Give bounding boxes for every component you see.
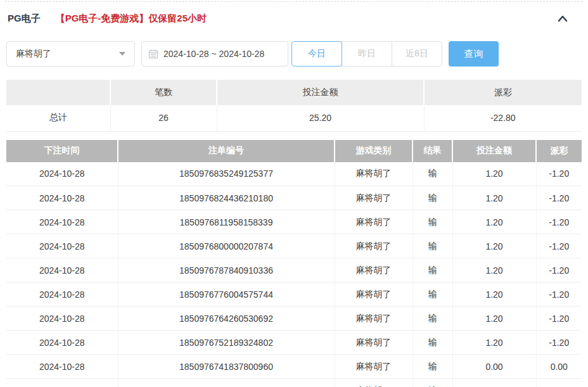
summary-table: 笔数 投注金额 派彩 总计 26 25.20 -22.80 [6,80,582,132]
table-row: 2024-10-28 1850976741837800960 麻将胡了 输 0.… [6,355,582,379]
cell-payout: -1.20 [536,186,582,210]
cell-result: 输 [412,210,452,234]
cell-result: 输 [412,282,452,307]
cell-result: 输 [412,234,452,258]
cell-payout: -1.20 [536,234,582,258]
calendar-icon [148,49,158,59]
panel-header: PG电子 【PG电子-免费游戏】仅保留25小时 [0,2,588,34]
summary-total-payout: -22.80 [424,105,582,131]
table-row: 2024-10-28 1850976811958158339 麻将胡了 输 1.… [6,210,582,234]
caret-down-icon [119,52,125,56]
cell-payout: -1.20 [536,282,582,307]
cell-game-type: 麻将胡了 [335,162,412,186]
today-button[interactable]: 今日 [291,41,342,67]
cell-bet-amount: 1.20 [452,162,536,186]
cell-bet-id [118,379,335,387]
cell-payout: 0.00 [536,355,582,379]
summary-col-count: 笔数 [110,80,217,105]
yesterday-button[interactable]: 昨日 [342,41,392,67]
cell-bet-id: 1850976752189324802 [118,331,335,355]
cell-bet-time: 2024-10-28 [6,282,118,307]
cell-bet-time: 2024-10-28 [6,162,118,186]
cell-bet-time: 2024-10-28 [6,331,118,355]
table-row: 2024-10-28 1850976824436210180 麻将胡了 输 1.… [6,186,582,210]
table-row: 麻将胡了 输 [6,379,582,387]
cell-payout: -1.20 [536,307,582,331]
cell-bet-amount [452,379,536,387]
cell-bet-id: 1850976835249125377 [118,162,335,186]
cell-bet-time: 2024-10-28 [6,258,118,282]
cell-bet-amount: 1.20 [452,234,536,258]
cell-bet-time: 2024-10-28 [6,234,118,258]
cell-result: 输 [412,162,452,186]
filter-bar: 麻将胡了 2024-10-28 ~ 2024-10-28 今日 昨日 近8日 查… [6,41,582,67]
cell-bet-amount: 1.20 [452,186,536,210]
summary-col-blank [6,80,110,105]
chevron-up-icon [556,13,569,23]
panel-title: PG电子 [8,13,41,25]
cell-payout [536,379,582,387]
cell-result: 输 [412,379,452,387]
announcement-text: 【PG电子-免费游戏】仅保留25小时 [56,13,207,25]
cell-bet-id: 1850976800000207874 [118,234,335,258]
col-header-result: 结果 [412,140,452,162]
search-button[interactable]: 查询 [449,41,499,67]
cell-bet-amount: 1.20 [452,282,536,307]
table-row: 2024-10-28 1850976776004575744 麻将胡了 输 1.… [6,282,582,307]
col-header-bet-amount: 投注金额 [452,140,536,162]
table-row: 2024-10-28 1850976787840910336 麻将胡了 输 1.… [6,258,582,282]
cell-bet-time: 2024-10-28 [6,186,118,210]
date-range-value: 2024-10-28 ~ 2024-10-28 [163,49,264,59]
cell-game-type: 麻将胡了 [335,307,412,331]
cell-bet-id: 1850976741837800960 [118,355,335,379]
cell-bet-time: 2024-10-28 [6,307,118,331]
cell-result: 输 [412,258,452,282]
table-row: 2024-10-28 1850976835249125377 麻将胡了 输 1.… [6,162,582,186]
cell-bet-amount: 1.20 [452,307,536,331]
date-range-input[interactable]: 2024-10-28 ~ 2024-10-28 [141,41,288,67]
cell-result: 输 [412,307,452,331]
col-header-bet-time: 下注时间 [6,140,118,162]
table-row: 2024-10-28 1850976800000207874 麻将胡了 输 1.… [6,234,582,258]
cell-bet-amount: 1.20 [452,210,536,234]
game-select[interactable]: 麻将胡了 [6,41,135,67]
cell-payout: -1.20 [536,162,582,186]
cell-bet-id: 1850976811958158339 [118,210,335,234]
cell-game-type: 麻将胡了 [335,282,412,307]
cell-result: 输 [412,355,452,379]
table-row: 2024-10-28 1850976752189324802 麻将胡了 输 1.… [6,331,582,355]
summary-total-row: 总计 26 25.20 -22.80 [6,105,582,131]
cell-game-type: 麻将胡了 [335,331,412,355]
cell-bet-id: 1850976787840910336 [118,258,335,282]
cell-payout: -1.20 [536,258,582,282]
cell-bet-time [6,379,118,387]
summary-total-count: 26 [110,105,217,131]
cell-bet-time: 2024-10-28 [6,355,118,379]
cell-result: 输 [412,186,452,210]
last-8-days-button[interactable]: 近8日 [392,41,442,67]
col-header-game-type: 游戏类别 [335,140,412,162]
cell-payout: -1.20 [536,331,582,355]
summary-col-payout: 派彩 [424,80,582,105]
col-header-bet-id: 注单编号 [118,140,335,162]
cell-game-type: 麻将胡了 [335,355,412,379]
cell-bet-amount: 0.00 [452,355,536,379]
cell-bet-id: 1850976776004575744 [118,282,335,307]
cell-bet-id: 1850976824436210180 [118,186,335,210]
collapse-panel-button[interactable] [556,13,569,23]
cell-bet-id: 1850976764260530692 [118,307,335,331]
summary-total-bet-amount: 25.20 [217,105,424,131]
cell-payout: -1.20 [536,210,582,234]
quick-range-group: 今日 昨日 近8日 [291,41,442,67]
table-row: 2024-10-28 1850976764260530692 麻将胡了 输 1.… [6,307,582,331]
summary-header-row: 笔数 投注金额 派彩 [6,80,582,105]
game-select-value: 麻将胡了 [16,48,51,60]
summary-total-label: 总计 [6,105,110,131]
cell-bet-amount: 1.20 [452,331,536,355]
records-table: 下注时间 注单编号 游戏类别 结果 投注金额 派彩 2024-10-28 185… [6,140,582,387]
cell-game-type: 麻将胡了 [335,234,412,258]
cell-game-type: 麻将胡了 [335,379,412,387]
col-header-payout: 派彩 [536,140,582,162]
cell-bet-amount: 1.20 [452,258,536,282]
summary-col-bet-amount: 投注金额 [217,80,424,105]
